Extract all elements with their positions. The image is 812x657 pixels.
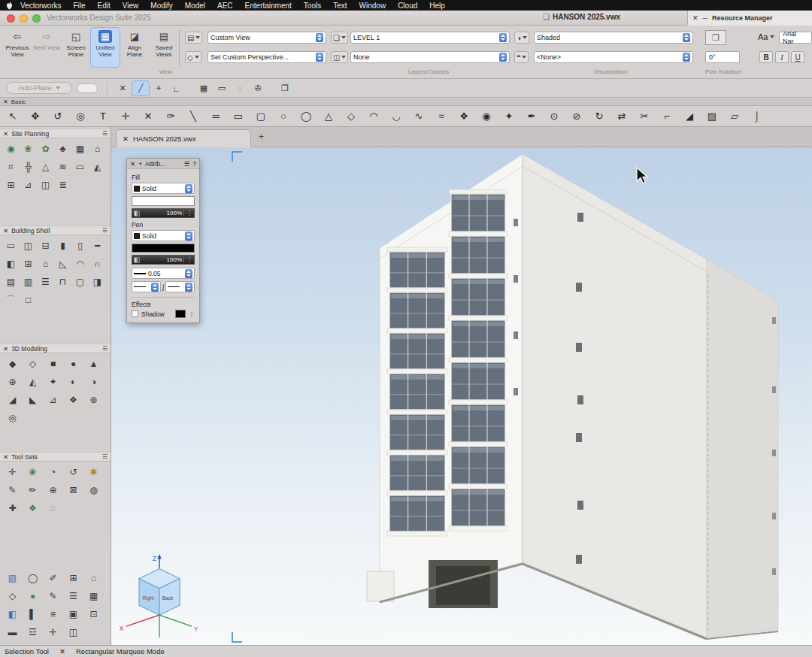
window-tool[interactable]: ⊞: [20, 255, 37, 273]
palette-menu-icon[interactable]: ☰: [102, 453, 108, 460]
zoom-object-tool[interactable]: ◎: [2, 409, 23, 427]
shadow-color-swatch[interactable]: [175, 310, 186, 318]
contour-tool[interactable]: ≣: [54, 176, 71, 194]
oval-tool[interactable]: ◯: [295, 107, 317, 126]
vault-tool[interactable]: ⌒: [2, 291, 20, 309]
palette-menu-icon[interactable]: ☰: [102, 345, 108, 352]
layers-icon[interactable]: ❏: [331, 32, 348, 44]
apple-menu-icon[interactable]: [6, 2, 13, 10]
quarter-arc-tool[interactable]: ◡: [385, 107, 408, 126]
list-icon[interactable]: ☰: [63, 587, 83, 605]
attributes-menu-icon[interactable]: ☰: [184, 160, 190, 168]
layer-dropdown[interactable]: LEVEL 1: [350, 32, 510, 44]
extrude-tool[interactable]: ◆: [2, 355, 23, 373]
rotate-tool[interactable]: ↻: [588, 107, 611, 126]
fill-color-swatch[interactable]: [132, 196, 195, 206]
round-wall-tool[interactable]: ◠: [71, 255, 89, 273]
deform-tool[interactable]: ⊿: [43, 391, 63, 409]
road-tool[interactable]: ╬: [20, 158, 37, 176]
shear-tool[interactable]: ▱: [723, 107, 746, 126]
drawing-canvas[interactable]: Z Right Back X Y: [111, 147, 812, 645]
attributes-close-icon[interactable]: ✕: [130, 160, 135, 168]
menu-item[interactable]: Window: [359, 2, 386, 10]
class-dropdown[interactable]: None: [350, 51, 510, 63]
menu-item[interactable]: Text: [333, 2, 347, 10]
previous-selection-mode[interactable]: ❐: [277, 81, 293, 95]
triangulation-tool[interactable]: ⊿: [20, 176, 37, 194]
plant-tool[interactable]: ❀: [20, 140, 37, 158]
hedge-tool[interactable]: ♣: [54, 140, 71, 158]
grid-tool[interactable]: ⌗: [2, 158, 20, 176]
selection-tool[interactable]: ↖: [2, 107, 24, 126]
traffic-light-close[interactable]: [7, 14, 15, 23]
freehand-tool[interactable]: ≈: [430, 107, 453, 126]
stair-tool[interactable]: ▤: [2, 273, 20, 291]
menu-item[interactable]: Help: [429, 2, 445, 10]
texture-icon[interactable]: ▧: [2, 569, 23, 587]
screen-plane-button[interactable]: ◱ Screen Plane: [62, 28, 90, 67]
palette-close-icon[interactable]: ✕: [3, 227, 8, 235]
wall-tool[interactable]: ▭: [2, 237, 20, 255]
dot-square-icon[interactable]: ⊡: [83, 605, 104, 623]
spiral-tool[interactable]: ◉: [475, 107, 498, 126]
hardscape-tool[interactable]: ▦: [71, 140, 89, 158]
half-square-icon[interactable]: ◧: [2, 605, 23, 623]
auto-plane-field[interactable]: [77, 83, 98, 93]
previous-view-button[interactable]: ⇦ Previous View: [3, 28, 32, 67]
block-icon[interactable]: ▬: [2, 623, 23, 641]
resource-manager-close-icon[interactable]: ✕: [692, 14, 698, 22]
menu-item[interactable]: Cloud: [398, 2, 417, 10]
fill-opacity-bar[interactable]: 100% ⋮: [132, 208, 195, 218]
pencil-icon[interactable]: ✐: [43, 569, 63, 587]
interactive-scaling-mode[interactable]: ╱: [132, 81, 149, 95]
line-weight-dropdown[interactable]: 0.05: [132, 268, 195, 279]
pen-type-dropdown[interactable]: Solid: [132, 230, 195, 241]
palette-close-icon[interactable]: ✕: [3, 453, 8, 461]
move-by-points-tool[interactable]: ✛: [114, 107, 137, 126]
new-tab-button[interactable]: +: [259, 132, 264, 142]
line-end-marker-dropdown[interactable]: [165, 281, 195, 292]
beam-tool[interactable]: ━: [89, 237, 106, 255]
locus-tool[interactable]: ✕: [137, 107, 159, 126]
dimension-tool[interactable]: ✏: [23, 481, 43, 499]
menu-item[interactable]: AEC: [217, 2, 233, 10]
trim-tool[interactable]: ✂: [633, 107, 656, 126]
perspective-dropdown[interactable]: Set Custom Perspective...: [208, 51, 326, 63]
add-set-tool[interactable]: ✚: [2, 499, 23, 517]
terrain-tool[interactable]: △: [37, 158, 54, 176]
locus-3d-tool[interactable]: ✦: [43, 373, 63, 391]
site-planning-header[interactable]: ✕ Site Planning ☰: [0, 129, 111, 138]
pattern-tool[interactable]: ❖: [23, 499, 43, 517]
clip-cube-tool[interactable]: ⊠: [63, 481, 83, 499]
subdivision-tool[interactable]: ❖: [63, 391, 83, 409]
perspective-icon[interactable]: ◇: [185, 51, 201, 63]
pan-tool[interactable]: ✥: [24, 107, 47, 126]
wand-tool[interactable]: ✦: [498, 107, 520, 126]
stamp-tool[interactable]: ⊙: [543, 107, 565, 126]
view-orientation-widget[interactable]: Z Right Back X Y: [117, 552, 201, 640]
tab-close-icon[interactable]: ✕: [123, 135, 129, 143]
water-tool[interactable]: ≋: [54, 158, 71, 176]
attributes-header[interactable]: ✕ + Attrib... ☰ ?: [127, 159, 199, 169]
rounded-rectangle-tool[interactable]: ▢: [250, 107, 272, 126]
arc-tool[interactable]: ◠: [362, 107, 385, 126]
pen-tool[interactable]: ✒: [520, 107, 543, 126]
shell-solid-tool[interactable]: ◑: [83, 373, 104, 391]
menu-item[interactable]: Model: [185, 2, 205, 10]
survey-point-tool[interactable]: ⊞: [2, 176, 20, 194]
window-icon[interactable]: ◫: [63, 623, 83, 641]
flyover-tool[interactable]: ↺: [47, 107, 69, 126]
line-tool[interactable]: ╲: [182, 107, 205, 126]
line-marker-icon[interactable]: ∫: [162, 283, 164, 291]
offset-tool[interactable]: ▨: [701, 107, 723, 126]
camera-tool[interactable]: ◔: [43, 463, 63, 481]
insert-tool[interactable]: ⊕: [43, 481, 63, 499]
3d-modeling-header[interactable]: ✕ 3D Modeling ☰: [0, 344, 111, 353]
align-plane-button[interactable]: ◪ Align Plane: [120, 28, 149, 67]
render-mode-icon[interactable]: ◑: [514, 32, 529, 44]
door-tool[interactable]: ◧: [2, 255, 20, 273]
boxed-icon[interactable]: ▣: [63, 605, 83, 623]
palette-close-icon[interactable]: ✕: [3, 130, 8, 138]
fillet-tool[interactable]: ⌐: [656, 107, 678, 126]
menu-item[interactable]: Vectorworks: [20, 2, 61, 10]
